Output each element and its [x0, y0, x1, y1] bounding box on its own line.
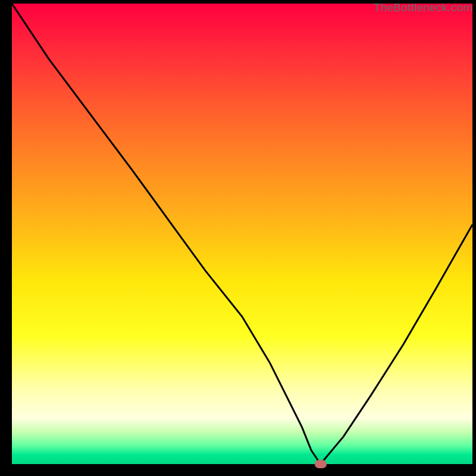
bottleneck-curve: [12, 4, 472, 464]
chart-frame: TheBottleneck.com: [0, 0, 476, 476]
plot-area: [12, 4, 472, 464]
optimal-point-marker: [315, 460, 327, 468]
watermark-text: TheBottleneck.com: [374, 1, 472, 14]
